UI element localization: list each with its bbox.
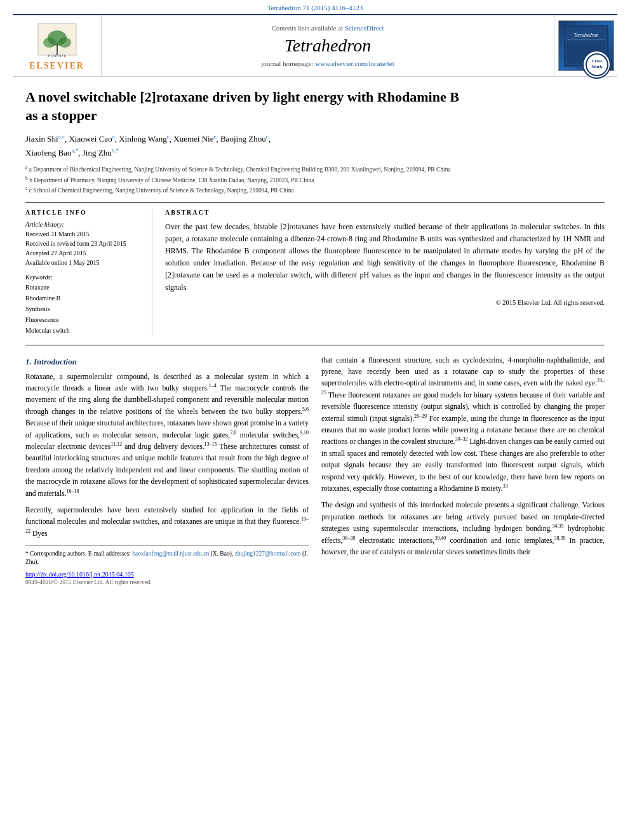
contents-line: Contents lists available at ScienceDirec… xyxy=(271,24,384,32)
keywords-label: Keywords: xyxy=(25,274,142,281)
journal-header: ELSEVIER ELSEVIER Contents lists availab… xyxy=(13,14,617,77)
doi-link[interactable]: http://dx.doi.org/10.1016/j.tet.2015.04.… xyxy=(25,571,134,578)
doi-line: http://dx.doi.org/10.1016/j.tet.2015.04.… xyxy=(25,571,309,578)
copyright: © 2015 Elsevier Ltd. All rights reserved… xyxy=(165,299,605,306)
history-title: Article history: xyxy=(25,221,142,228)
elsevier-brand: ELSEVIER xyxy=(29,61,84,71)
journal-name: Tetrahedron xyxy=(285,36,371,56)
elsevier-logo-area: ELSEVIER ELSEVIER xyxy=(13,15,102,76)
svg-text:ELSEVIER: ELSEVIER xyxy=(48,54,65,58)
email-zhu[interactable]: zhujing1227@hotmail.com xyxy=(235,550,301,557)
authors-line: Jiaxin Shia,c, Xiaowei Caoa, Xinlong Wan… xyxy=(25,132,605,160)
journal-citation-text: Tetrahedron 71 (2015) 4116–4123 xyxy=(267,4,363,11)
body-separator xyxy=(25,345,605,345)
body-left-col: 1. Introduction Rotaxane, a supermolecul… xyxy=(25,354,309,585)
svg-point-4 xyxy=(58,37,71,48)
elsevier-tree-icon: ELSEVIER xyxy=(32,20,83,58)
homepage-line: journal homepage: www.elsevier.com/locat… xyxy=(261,60,394,67)
article-content: A novel switchable [2]rotaxane driven by… xyxy=(0,77,630,342)
journal-citation-bar: Tetrahedron 71 (2015) 4116–4123 xyxy=(0,0,630,14)
received-date: Received 31 March 2015 xyxy=(25,229,142,239)
article-history: Article history: Received 31 March 2015 … xyxy=(25,221,142,267)
body-content: 1. Introduction Rotaxane, a supermolecul… xyxy=(0,348,630,592)
footnote-area: * Corresponding authors. E-mail addresse… xyxy=(25,545,309,567)
keyword-synthesis: Synthesis xyxy=(25,303,142,314)
article-title: A novel switchable [2]rotaxane driven by… xyxy=(25,88,470,124)
keyword-switch: Molecular switch xyxy=(25,325,142,336)
received-revised-date: Received in revised form 23 April 2015 xyxy=(25,239,142,248)
elsevier-logo: ELSEVIER ELSEVIER xyxy=(29,20,84,71)
crossmark-badge: Cross Mark xyxy=(582,50,611,79)
crossmark-area: Cross Mark xyxy=(582,50,611,79)
body-columns: 1. Introduction Rotaxane, a supermolecul… xyxy=(25,354,605,585)
separator xyxy=(25,202,605,203)
intro-heading: 1. Introduction xyxy=(25,357,309,367)
keywords-section: Keywords: Rotaxane Rhodamine B Synthesis… xyxy=(25,274,142,336)
keyword-fluorescence: Fluorescence xyxy=(25,314,142,325)
article-info-col: ARTICLE INFO Article history: Received 3… xyxy=(25,209,152,336)
affiliations: a a Department of Biochemical Engineerin… xyxy=(25,164,605,195)
homepage-link[interactable]: www.elsevier.com/locate/tet xyxy=(315,60,394,67)
body-right-col: that contain a fluorescent structure, su… xyxy=(321,354,605,585)
keyword-rotaxane: Rotaxane xyxy=(25,282,142,293)
accepted-date: Accepted 27 April 2015 xyxy=(25,248,142,258)
available-date: Available online 1 May 2015 xyxy=(25,258,142,267)
sciencedirect-link[interactable]: ScienceDirect xyxy=(345,24,384,32)
keyword-rhodamine: Rhodamine B xyxy=(25,293,142,303)
journal-header-center: Contents lists available at ScienceDirec… xyxy=(102,15,554,76)
abstract-col: ABSTRACT Over the past few decades, bist… xyxy=(165,209,605,336)
article-info-label: ARTICLE INFO xyxy=(25,209,142,216)
abstract-text: Over the past few decades, bistable [2]r… xyxy=(165,221,605,294)
svg-text:Tetrahedron: Tetrahedron xyxy=(573,32,598,38)
svg-point-3 xyxy=(43,37,56,48)
right-para2: The design and synthesis of this interlo… xyxy=(321,499,605,557)
intro-para2: Recently, supermolecules have been exten… xyxy=(25,504,309,539)
svg-text:Cross: Cross xyxy=(591,58,602,63)
right-para1: that contain a fluorescent structure, su… xyxy=(321,354,605,495)
info-abstract-section: ARTICLE INFO Article history: Received 3… xyxy=(25,209,605,336)
intro-para1: Rotaxane, a supermolecular compound, is … xyxy=(25,371,309,499)
issn-line: 0040-4020/© 2015 Elsevier Ltd. All right… xyxy=(25,579,309,585)
svg-text:Mark: Mark xyxy=(591,64,602,69)
page: Tetrahedron 71 (2015) 4116–4123 ELSEVIER… xyxy=(0,0,630,592)
abstract-label: ABSTRACT xyxy=(165,209,605,216)
email-bao[interactable]: baoxiaofeng@mail.njust.edu.cn xyxy=(132,550,209,557)
footnote-star: * Corresponding authors. E-mail addresse… xyxy=(25,550,309,567)
